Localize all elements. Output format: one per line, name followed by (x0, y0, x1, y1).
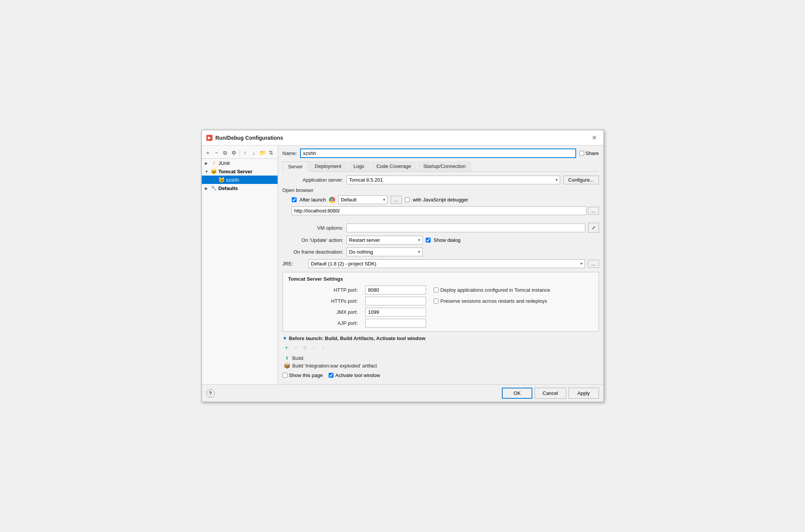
show-page-checkbox[interactable] (283, 373, 288, 378)
junit-icon: J (211, 160, 217, 166)
before-launch-title: Before launch: Build, Build Artifacts, A… (289, 335, 425, 341)
jmx-port-label: JMX port: (288, 309, 358, 315)
before-moveup-button[interactable]: ↑ (310, 343, 318, 352)
on-frame-select[interactable]: Do nothing Update classes and resources … (347, 248, 423, 256)
url-ellipsis-button[interactable]: ... (588, 207, 599, 215)
toolbar-divider (240, 150, 240, 156)
activate-window-checkbox[interactable] (329, 373, 334, 378)
xzshh-icon: 🐱 (219, 177, 225, 183)
tomcat-label: Tomcat Server (219, 169, 252, 174)
app-server-row: Application server: Tomcat 8.5.201 Confi… (283, 176, 599, 184)
sidebar-item-tomcat[interactable]: ▼ 🐱 Tomcat Server (202, 167, 278, 176)
tab-deployment[interactable]: Deployment (309, 161, 347, 171)
share-label: Share (586, 150, 599, 156)
add-config-button[interactable]: + (204, 149, 212, 157)
move-down-button[interactable]: ↓ (250, 149, 258, 157)
browser-select-wrapper: Default (338, 195, 388, 204)
defaults-label: Defaults (219, 185, 238, 191)
app-server-select[interactable]: Tomcat 8.5.201 (347, 176, 561, 184)
title-bar-left: ▶ Run/Debug Configurations (206, 135, 283, 141)
name-input[interactable] (300, 149, 576, 158)
deploy-apps-checkbox[interactable] (434, 288, 439, 292)
sidebar: + − ⧉ ⚙ ↑ ↓ 📁 ⇅ ▶ J JUnit ▼ 🐱 Tomcat Ser… (202, 145, 278, 384)
before-add-button[interactable]: + (283, 343, 291, 352)
browser-ellipsis-button[interactable]: ... (391, 196, 402, 204)
build-item-artifact: 📦 Build 'Integration:war exploded' artif… (283, 362, 599, 369)
url-input[interactable] (292, 206, 586, 215)
sidebar-item-junit[interactable]: ▶ J JUnit (202, 159, 278, 167)
browser-row: After launch Default ... with JavaScript… (283, 195, 599, 204)
artifact-label: Build 'Integration:war exploded' artifac… (292, 363, 377, 369)
cancel-button[interactable]: Cancel (535, 388, 566, 399)
http-port-input[interactable] (365, 286, 426, 294)
on-update-label: On 'Update' action: (283, 237, 343, 243)
vm-options-label: VM options: (283, 225, 343, 231)
share-checkbox[interactable] (579, 151, 584, 156)
ports-grid: HTTP port: Deploy applications configure… (288, 286, 593, 328)
tomcat-server-settings: Tomcat Server Settings HTTP port: Deploy… (283, 272, 599, 332)
before-movedown-button[interactable]: ↓ (319, 343, 327, 352)
on-update-row: On 'Update' action: Restart server Updat… (283, 236, 599, 244)
tab-code-coverage[interactable]: Code Coverage (371, 161, 417, 171)
deploy-apps-option: Deploy applications configured in Tomcat… (434, 287, 593, 293)
dialog-title: Run/Debug Configurations (216, 135, 283, 141)
jre-row: JRE: Default (1.8 (2) - project SDK) ... (283, 259, 599, 268)
jre-select[interactable]: Default (1.8 (2) - project SDK) (308, 259, 585, 268)
before-launch-section: ▼ Before launch: Build, Build Artifacts,… (283, 335, 599, 378)
copy-config-button[interactable]: ⧉ (221, 149, 229, 157)
activate-window-item: Activate tool window (329, 372, 380, 378)
http-port-label: HTTP port: (288, 287, 358, 293)
jre-ellipsis-button[interactable]: ... (588, 260, 599, 268)
js-debugger-checkbox[interactable] (405, 197, 410, 202)
run-debug-dialog: ▶ Run/Debug Configurations ✕ + − ⧉ ⚙ ↑ ↓… (201, 130, 604, 402)
tab-logs[interactable]: Logs (348, 161, 370, 171)
https-port-label: HTTPs port: (288, 298, 358, 304)
tomcat-icon: 🐱 (211, 168, 217, 174)
server-tab-content: Application server: Tomcat 8.5.201 Confi… (283, 176, 599, 381)
before-launch-collapse[interactable]: ▼ (283, 335, 288, 341)
jre-label: JRE: (283, 261, 305, 267)
sidebar-toolbar: + − ⧉ ⚙ ↑ ↓ 📁 ⇅ (202, 147, 278, 159)
app-icon: ▶ (206, 135, 212, 141)
activate-window-label: Activate tool window (335, 372, 380, 378)
before-remove-button[interactable]: − (292, 343, 300, 352)
apply-button[interactable]: Apply (569, 388, 599, 399)
vm-options-input[interactable] (347, 224, 585, 232)
title-bar: ▶ Run/Debug Configurations ✕ (202, 130, 604, 145)
jmx-port-input[interactable] (365, 308, 426, 316)
remove-config-button[interactable]: − (212, 149, 220, 157)
show-page-item: Show this page (283, 372, 323, 378)
right-panel: Name: Share Server Deployment Logs Code … (278, 145, 604, 384)
vm-options-row: VM options: ⤢ (283, 223, 599, 233)
preserve-sessions-option: Preserve sessions across restarts and re… (434, 298, 593, 304)
ajp-port-input[interactable] (365, 319, 426, 328)
help-button[interactable]: ? (206, 389, 215, 398)
artifact-icon: 📦 (284, 363, 290, 369)
sidebar-item-defaults[interactable]: ▶ 🔧 Defaults (202, 184, 278, 192)
configure-button[interactable]: Configure... (563, 176, 599, 184)
tab-server[interactable]: Server (283, 161, 308, 172)
chrome-icon (329, 197, 335, 203)
sidebar-item-xzshh[interactable]: 🐱 xzshh (202, 176, 278, 184)
tab-startup[interactable]: Startup/Connection (417, 161, 471, 171)
junit-label: JUnit (219, 160, 230, 166)
vm-expand-button[interactable]: ⤢ (588, 223, 599, 233)
close-button[interactable]: ✕ (589, 133, 599, 142)
show-dialog-checkbox[interactable] (426, 238, 431, 243)
after-launch-checkbox[interactable] (292, 197, 297, 202)
preserve-sessions-checkbox[interactable] (434, 299, 439, 304)
build-icon: ⬇ (284, 355, 290, 361)
https-port-input[interactable] (365, 297, 426, 305)
tomcat-chevron: ▼ (205, 169, 209, 174)
before-edit-button[interactable]: ✎ (301, 343, 309, 352)
browser-select[interactable]: Default (338, 195, 388, 204)
settings-button[interactable]: ⚙ (230, 149, 238, 157)
ok-button[interactable]: OK (502, 388, 532, 399)
move-up-button[interactable]: ↑ (241, 149, 249, 157)
junit-chevron: ▶ (205, 161, 209, 165)
folder-button[interactable]: 📁 (259, 149, 267, 157)
on-update-select[interactable]: Restart server Update classes and resour… (347, 236, 423, 244)
open-browser-label: Open browser (283, 187, 599, 193)
name-label: Name: (283, 150, 297, 156)
sort-button[interactable]: ⇅ (267, 149, 275, 157)
